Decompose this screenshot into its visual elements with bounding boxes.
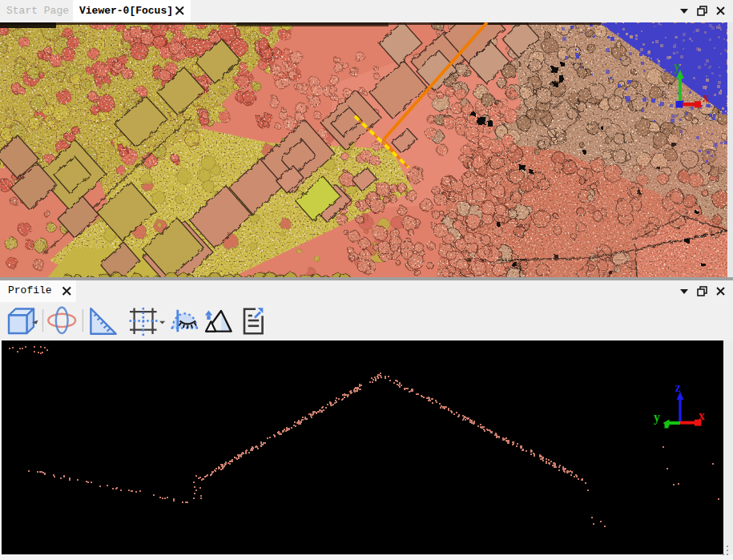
svg-text:z: z <box>675 381 681 394</box>
svg-text:x: x <box>699 409 705 422</box>
svg-text:y: y <box>654 410 660 425</box>
svg-text:x: x <box>703 91 709 104</box>
svg-text:y: y <box>674 59 680 74</box>
